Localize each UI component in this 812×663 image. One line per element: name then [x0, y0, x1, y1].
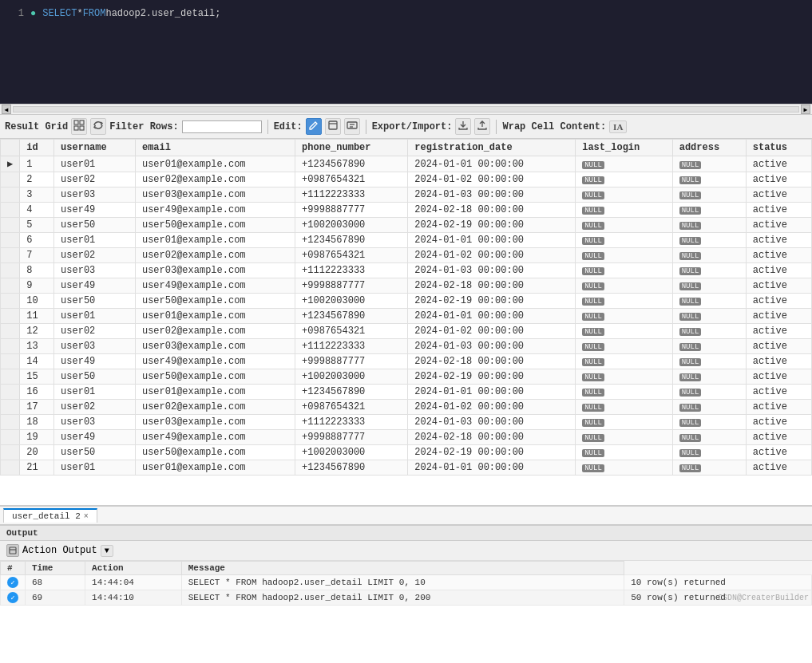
cell-status: active	[746, 156, 811, 172]
th-id[interactable]: id	[20, 140, 54, 156]
result-table-container[interactable]: id username email phone_number registrat…	[0, 139, 812, 506]
cell-address: NULL	[672, 385, 746, 400]
cell-phone: +0987654321	[295, 400, 408, 415]
cell-phone: +9998887777	[295, 203, 408, 218]
export-btn[interactable]	[455, 118, 471, 135]
th-username[interactable]: username	[54, 140, 136, 156]
cell-reg-date: 2024-01-03 00:00:00	[408, 415, 576, 430]
table-row[interactable]: 20 user50 user50@example.com +1002003000…	[1, 445, 812, 460]
output-th-action: Action	[85, 562, 182, 575]
cell-id: 2	[20, 172, 54, 187]
th-last-login[interactable]: last_login	[576, 140, 673, 156]
cell-phone: +9998887777	[295, 430, 408, 445]
cell-address: NULL	[672, 263, 746, 278]
cell-status: active	[746, 203, 811, 218]
cell-reg-date: 2024-02-18 00:00:00	[408, 278, 576, 294]
th-reg-date[interactable]: registration_date	[408, 140, 576, 156]
cell-username: user03	[54, 187, 136, 203]
table-row[interactable]: 21 user01 user01@example.com +1234567890…	[1, 460, 812, 476]
cell-status: active	[746, 354, 811, 369]
table-row[interactable]: 5 user50 user50@example.com +1002003000 …	[1, 218, 812, 233]
table-row[interactable]: 11 user01 user01@example.com +1234567890…	[1, 309, 812, 324]
cell-last-login: NULL	[576, 278, 673, 294]
th-phone[interactable]: phone_number	[295, 140, 408, 156]
cell-last-login: NULL	[576, 218, 673, 233]
cell-id: 14	[20, 354, 54, 369]
table-row[interactable]: 16 user01 user01@example.com +1234567890…	[1, 385, 812, 400]
table-row[interactable]: 7 user02 user02@example.com +0987654321 …	[1, 248, 812, 263]
cell-username: user01	[54, 309, 136, 324]
output-th-time: Time	[26, 562, 85, 575]
row-indicator	[1, 354, 20, 369]
table-row[interactable]: 3 user03 user03@example.com +1112223333 …	[1, 187, 812, 203]
cell-email: user01@example.com	[135, 385, 295, 400]
table-row[interactable]: 4 user49 user49@example.com +9998887777 …	[1, 203, 812, 218]
table-row[interactable]: 8 user03 user03@example.com +1112223333 …	[1, 263, 812, 278]
svg-rect-6	[347, 122, 357, 128]
cell-reg-date: 2024-01-02 00:00:00	[408, 324, 576, 339]
refresh-btn[interactable]	[90, 118, 106, 135]
sql-editor[interactable]: 1 ● SELECT * FROM hadoop2.user_detail;	[0, 0, 812, 104]
cell-username: user01	[54, 233, 136, 248]
scroll-right-arrow[interactable]: ▶	[801, 105, 810, 114]
cell-reg-date: 2024-01-03 00:00:00	[408, 187, 576, 203]
cell-status: active	[746, 445, 811, 460]
scroll-track[interactable]	[13, 106, 799, 112]
output-toolbar: Action Output ▼	[0, 541, 812, 561]
cell-username: user03	[54, 263, 136, 278]
edit-btn-1[interactable]	[306, 118, 322, 135]
cell-address: NULL	[672, 354, 746, 369]
table-row[interactable]: 14 user49 user49@example.com +9998887777…	[1, 354, 812, 369]
grid-view-btn[interactable]	[71, 118, 87, 135]
status-ok-icon: ✓	[7, 592, 18, 603]
tab-close-btn[interactable]: ×	[84, 512, 89, 521]
table-row[interactable]: 19 user49 user49@example.com +9998887777…	[1, 430, 812, 445]
output-th-num: #	[1, 562, 26, 575]
cell-id: 16	[20, 385, 54, 400]
cell-id: 12	[20, 324, 54, 339]
cell-address: NULL	[672, 415, 746, 430]
cell-status: active	[746, 415, 811, 430]
wrap-cell-btn[interactable]: IA	[609, 120, 627, 133]
import-btn[interactable]	[474, 118, 490, 135]
filter-rows-input[interactable]	[182, 120, 262, 133]
table-row[interactable]: 9 user49 user49@example.com +9998887777 …	[1, 278, 812, 294]
row-indicator	[1, 294, 20, 309]
table-row[interactable]: 12 user02 user02@example.com +0987654321…	[1, 324, 812, 339]
cell-address: NULL	[672, 309, 746, 324]
cell-id: 6	[20, 233, 54, 248]
table-row[interactable]: 17 user02 user02@example.com +0987654321…	[1, 400, 812, 415]
cell-phone: +1234567890	[295, 233, 408, 248]
cell-phone: +1002003000	[295, 218, 408, 233]
tab-bar: user_detail 2 ×	[0, 506, 812, 525]
cell-reg-date: 2024-01-02 00:00:00	[408, 172, 576, 187]
table-row[interactable]: ▶ 1 user01 user01@example.com +123456789…	[1, 156, 812, 172]
action-output-label: Action Output	[22, 545, 97, 556]
cell-last-login: NULL	[576, 324, 673, 339]
cell-reg-date: 2024-01-02 00:00:00	[408, 400, 576, 415]
table-row[interactable]: 6 user01 user01@example.com +1234567890 …	[1, 233, 812, 248]
action-output-dropdown[interactable]: ▼	[101, 545, 113, 557]
cell-reg-date: 2024-02-19 00:00:00	[408, 218, 576, 233]
row-indicator	[1, 203, 20, 218]
th-address[interactable]: address	[672, 140, 746, 156]
table-row[interactable]: 10 user50 user50@example.com +1002003000…	[1, 294, 812, 309]
table-row[interactable]: 18 user03 user03@example.com +1112223333…	[1, 415, 812, 430]
horizontal-scrollbar[interactable]: ◀ ▶	[0, 104, 812, 115]
th-status[interactable]: status	[746, 140, 811, 156]
edit-btn-2[interactable]	[325, 118, 341, 135]
table-row[interactable]: 13 user03 user03@example.com +1112223333…	[1, 339, 812, 354]
scroll-left-arrow[interactable]: ◀	[2, 105, 11, 114]
edit-btn-3[interactable]	[344, 118, 360, 135]
tab-user-detail-2[interactable]: user_detail 2 ×	[3, 508, 97, 523]
output-header: Output	[0, 526, 812, 541]
row-indicator	[1, 278, 20, 294]
cell-last-login: NULL	[576, 339, 673, 354]
table-row[interactable]: 15 user50 user50@example.com +1002003000…	[1, 369, 812, 385]
table-row[interactable]: 2 user02 user02@example.com +0987654321 …	[1, 172, 812, 187]
cell-username: user50	[54, 369, 136, 385]
cell-address: NULL	[672, 324, 746, 339]
cell-status: active	[746, 460, 811, 476]
svg-rect-0	[74, 120, 78, 124]
th-email[interactable]: email	[135, 140, 295, 156]
